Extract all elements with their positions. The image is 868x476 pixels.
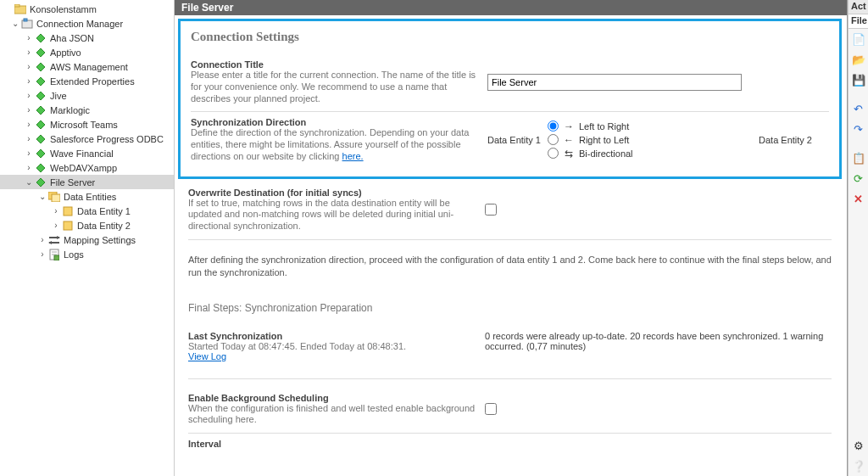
- sync-right-entity: Data Entity 2: [759, 135, 812, 145]
- tree-item[interactable]: ›Salesforce Progress ODBC: [0, 132, 174, 146]
- tree-panel: Konsolenstamm ⌄ Connection Manager ›Aha …: [0, 0, 175, 476]
- bg-sched-label: Enable Background Scheduling: [188, 393, 476, 403]
- save-icon[interactable]: 💾: [851, 72, 866, 87]
- chevron-right-icon[interactable]: ›: [37, 235, 47, 244]
- view-log-link[interactable]: View Log: [188, 351, 226, 361]
- svg-rect-3: [24, 19, 27, 21]
- connection-icon: [34, 148, 47, 160]
- tree-logs[interactable]: › Logs: [0, 247, 174, 261]
- sync-here-link[interactable]: here.: [342, 151, 364, 161]
- tree-root[interactable]: Konsolenstamm: [0, 2, 174, 16]
- radio-bi[interactable]: ⇆Bi-directional: [548, 148, 633, 160]
- chevron-right-icon[interactable]: ›: [51, 221, 61, 230]
- sync-direction-radios: →Left to Right ←Right to Left ⇆Bi-direct…: [548, 120, 633, 160]
- page-header: File Server: [175, 0, 847, 15]
- tree-item-file-server[interactable]: ⌄ File Server: [0, 175, 174, 189]
- radio-bi-input[interactable]: [548, 148, 559, 159]
- connection-icon: [34, 76, 47, 87]
- tree-entity-1[interactable]: › Data Entity 1: [0, 204, 174, 218]
- svg-rect-6: [64, 207, 72, 216]
- conn-title-label: Connection Title: [191, 59, 479, 70]
- logs-icon: [47, 249, 61, 260]
- connection-icon: [34, 47, 47, 59]
- svg-marker-11: [48, 241, 52, 244]
- chevron-right-icon[interactable]: ›: [51, 206, 61, 216]
- help-icon[interactable]: ❔: [851, 458, 866, 473]
- chevron-right-icon[interactable]: ›: [24, 76, 34, 86]
- radio-ltr[interactable]: →Left to Right: [548, 120, 633, 132]
- entity-icon: [61, 220, 75, 232]
- overwrite-checkbox[interactable]: [485, 204, 497, 216]
- entity-icon: [61, 205, 75, 217]
- chevron-down-icon[interactable]: ⌄: [10, 19, 20, 28]
- tree-entity-2[interactable]: › Data Entity 2: [0, 218, 174, 232]
- arrow-bi-icon: ⇆: [562, 148, 576, 160]
- connection-title-input[interactable]: [487, 74, 742, 91]
- copy-icon[interactable]: 📋: [851, 150, 866, 165]
- bg-sched-checkbox[interactable]: [485, 403, 497, 415]
- svg-rect-15: [54, 255, 59, 260]
- undo-icon[interactable]: ↶: [851, 101, 866, 116]
- connection-icon: [34, 119, 47, 131]
- redo-icon[interactable]: ↷: [851, 121, 866, 137]
- tree-data-entities[interactable]: ⌄ Data Entities: [0, 189, 174, 204]
- chevron-right-icon[interactable]: ›: [24, 120, 34, 129]
- connection-icon: [34, 162, 47, 174]
- conn-title-desc: Please enter a title for the current con…: [191, 70, 479, 104]
- connection-icon: [34, 176, 47, 188]
- settings-icon[interactable]: ⚙: [851, 438, 866, 453]
- last-sync-result: 0 records were already up-to-date. 20 re…: [485, 331, 832, 361]
- actions-tab[interactable]: Act: [849, 0, 868, 14]
- svg-rect-1: [14, 4, 19, 7]
- chevron-right-icon[interactable]: ›: [24, 163, 34, 172]
- tree-item[interactable]: ›Extended Properties: [0, 74, 174, 88]
- chevron-right-icon[interactable]: ›: [37, 249, 47, 259]
- right-toolbar: Act File 📄 📂 💾 ↶ ↷ 📋 ⟳ ✕ ⚙ ❔: [848, 0, 868, 476]
- content-scroll[interactable]: Connection Settings Connection Title Ple…: [175, 15, 847, 476]
- section-title: Connection Settings: [191, 30, 829, 44]
- interval-label: Interval: [188, 439, 476, 449]
- tree-item[interactable]: ›Apptivo: [0, 45, 174, 59]
- chevron-right-icon[interactable]: ›: [24, 48, 34, 57]
- tree-connection-manager[interactable]: ⌄ Connection Manager: [0, 16, 174, 31]
- tree-item[interactable]: ›Wave Financial: [0, 146, 174, 160]
- connection-icon: [34, 90, 47, 102]
- chevron-down-icon[interactable]: ⌄: [24, 177, 34, 187]
- folder-icon: [14, 3, 27, 15]
- delete-icon[interactable]: ✕: [851, 191, 866, 206]
- tree-item[interactable]: ›Aha JSON: [0, 31, 174, 45]
- arrow-left-icon: ←: [562, 134, 576, 146]
- chevron-right-icon[interactable]: ›: [24, 62, 34, 71]
- tree-item[interactable]: ›Jive: [0, 88, 174, 103]
- svg-rect-5: [52, 194, 60, 202]
- sync-dir-label: Synchronization Direction: [191, 117, 479, 127]
- tree-item[interactable]: ›AWS Management: [0, 59, 174, 74]
- chevron-right-icon[interactable]: ›: [24, 105, 34, 115]
- mapping-icon: [47, 234, 61, 246]
- chevron-right-icon[interactable]: ›: [24, 134, 34, 143]
- chevron-down-icon[interactable]: ⌄: [37, 192, 47, 201]
- overwrite-desc: If set to true, matching rows in the dat…: [188, 198, 476, 232]
- chevron-right-icon[interactable]: ›: [24, 148, 34, 158]
- connection-icon: [34, 32, 47, 44]
- new-icon[interactable]: 📄: [851, 31, 866, 47]
- tree-item[interactable]: ›WebDAVXampp: [0, 160, 174, 175]
- chevron-right-icon[interactable]: ›: [24, 91, 34, 100]
- last-sync-desc: Started Today at 08:47:45. Ended Today a…: [188, 341, 485, 351]
- bg-sched-desc: When the configuration is finished and w…: [188, 403, 476, 427]
- open-icon[interactable]: 📂: [851, 52, 866, 67]
- radio-rtl-input[interactable]: [548, 134, 559, 145]
- tree-mapping[interactable]: › Mapping Settings: [0, 232, 174, 247]
- chevron-right-icon[interactable]: ›: [24, 33, 34, 42]
- tree-item[interactable]: ›Marklogic: [0, 103, 174, 117]
- radio-ltr-input[interactable]: [548, 120, 559, 132]
- last-sync-label: Last Synchronization: [188, 331, 485, 341]
- connection-icon: [34, 133, 47, 145]
- refresh-icon[interactable]: ⟳: [851, 171, 866, 186]
- connection-icon: [34, 61, 47, 73]
- radio-rtl[interactable]: ←Right to Left: [548, 134, 633, 146]
- overwrite-label: Overwrite Destination (for initial syncs…: [188, 188, 476, 198]
- tree-item[interactable]: ›Microsoft Teams: [0, 117, 174, 132]
- connection-icon: [34, 104, 47, 116]
- file-tab[interactable]: File: [849, 14, 868, 29]
